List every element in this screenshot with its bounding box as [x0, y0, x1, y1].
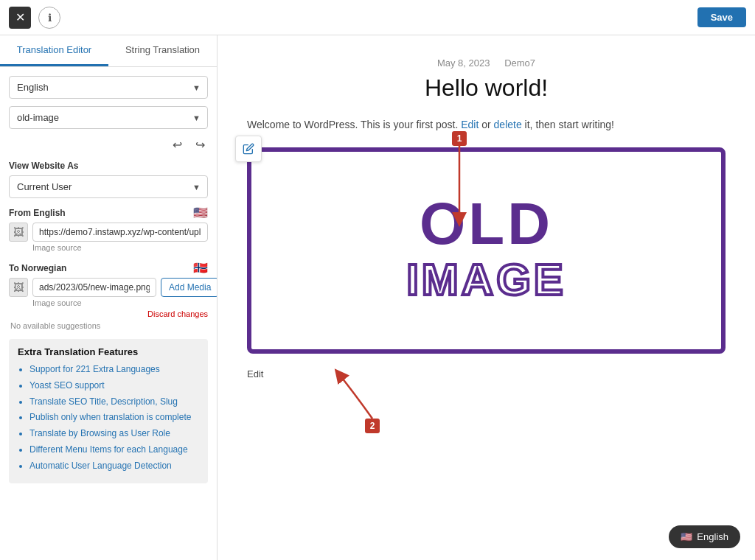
from-thumb-icon: 🖼: [9, 223, 28, 242]
tab-bar: Translation Editor String Translation: [0, 35, 217, 67]
sidebar: Translation Editor String Translation En…: [0, 35, 218, 560]
delete-link-inline[interactable]: delete: [494, 119, 522, 130]
current-user-dropdown-wrap: Current User Guest ▼: [9, 175, 208, 198]
english-label: English: [697, 531, 728, 542]
post-meta: May 8, 2023 Demo7: [247, 57, 726, 69]
list-item: Translate SEO Title, Description, Slug: [29, 396, 199, 408]
annotation-1-arrow: [446, 146, 476, 227]
from-english-block: From English 🇺🇸 🖼 Image source: [9, 206, 208, 252]
to-thumb-icon: 🖼: [9, 278, 28, 297]
list-item: Support for 221 Extra Languages: [29, 363, 199, 376]
image-block-wrapper: OLD IMAGE: [247, 147, 726, 354]
post-author: Demo7: [504, 57, 535, 69]
post-excerpt: Welcome to WordPress. This is your first…: [247, 116, 726, 133]
to-norwegian-block: To Norwegian 🇳🇴 🖼 Add Media Image source…: [9, 261, 208, 330]
annotation-1-badge: 1: [452, 131, 467, 146]
current-user-dropdown[interactable]: Current User Guest: [9, 175, 208, 198]
topbar: ✕ ℹ Save: [0, 0, 755, 35]
english-flag: 🇺🇸: [681, 531, 692, 542]
extra-features-title: Extra Translation Features: [18, 346, 199, 357]
language-dropdown[interactable]: English Norwegian French German: [9, 76, 208, 99]
discard-changes-link[interactable]: Discard changes: [9, 309, 208, 318]
to-image-input[interactable]: [32, 278, 156, 297]
type-dropdown[interactable]: old-image new-image: [9, 106, 208, 129]
sidebar-content: English Norwegian French German ▼ old-im…: [0, 67, 217, 560]
from-flag: 🇺🇸: [193, 206, 208, 220]
from-image-input[interactable]: [32, 223, 208, 242]
post-date: May 8, 2023: [437, 57, 490, 69]
list-item: Publish only when translation is complet…: [29, 411, 199, 424]
annotation-2-arrow: [332, 371, 391, 422]
image-old-text: OLD: [420, 195, 553, 253]
right-panel: 1 2 May 8, 2023: [218, 35, 755, 560]
post-title: Hello world!: [247, 74, 726, 102]
main-layout: Translation Editor String Translation En…: [0, 35, 755, 560]
edit-pencil-button[interactable]: [235, 136, 262, 162]
language-dropdown-wrap: English Norwegian French German ▼: [9, 76, 208, 99]
pencil-icon: [243, 143, 254, 155]
list-item: Yoast SEO support: [29, 379, 199, 392]
post-edit-link[interactable]: Edit: [247, 368, 726, 379]
add-media-button[interactable]: Add Media: [161, 278, 217, 297]
tab-string-translation[interactable]: String Translation: [108, 35, 217, 66]
from-image-source-label: Image source: [32, 243, 208, 252]
list-item: Different Menu Items for each Language: [29, 444, 199, 456]
undo-button[interactable]: ↩: [170, 136, 185, 153]
list-item: Automatic User Language Detection: [29, 460, 199, 472]
from-lang-label: From English: [9, 208, 66, 218]
info-button[interactable]: ℹ: [38, 7, 60, 29]
to-flag: 🇳🇴: [193, 261, 208, 275]
image-outline-text: IMAGE: [406, 253, 566, 307]
undo-redo-controls: ↩ ↪: [9, 136, 208, 153]
close-button[interactable]: ✕: [9, 7, 31, 29]
extra-features-list: Support for 221 Extra Languages Yoast SE…: [18, 363, 199, 472]
to-lang-label: To Norwegian: [9, 263, 66, 273]
no-suggestions-text: No available suggestions: [10, 321, 208, 330]
from-field-row: 🖼: [9, 223, 208, 242]
to-image-source-label: Image source: [32, 298, 208, 307]
type-dropdown-wrap: old-image new-image ▼: [9, 106, 208, 129]
redo-button[interactable]: ↪: [192, 136, 208, 153]
edit-link-inline[interactable]: Edit: [461, 119, 479, 130]
save-button[interactable]: Save: [697, 7, 746, 27]
old-image-box: OLD IMAGE: [247, 147, 726, 354]
english-language-button[interactable]: 🇺🇸 English: [669, 525, 740, 548]
view-website-as-label: View Website As: [9, 161, 208, 171]
list-item: Translate by Browsing as User Role: [29, 427, 199, 440]
to-field-row: 🖼 Add Media: [9, 278, 208, 297]
tab-translation-editor[interactable]: Translation Editor: [0, 35, 108, 66]
extra-features-block: Extra Translation Features Support for 2…: [9, 339, 208, 483]
post-content: May 8, 2023 Demo7 Hello world! Welcome t…: [218, 35, 755, 416]
